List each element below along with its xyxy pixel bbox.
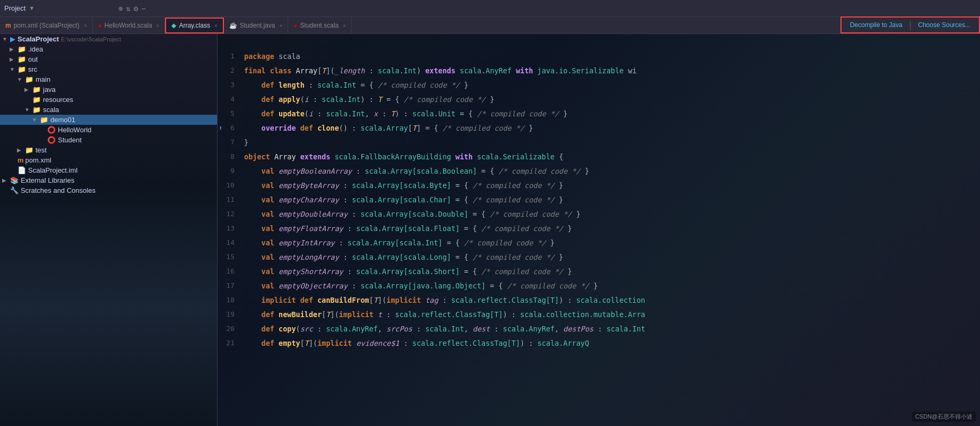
sidebar-item-helloworld[interactable]: ⭕ HelloWorld	[0, 125, 217, 135]
sidebar: ▼ ▶ ScalaProject E:\vscode\ScalaProject …	[0, 34, 218, 426]
kw-with2: with	[455, 152, 477, 161]
settings-icon[interactable]: ⚙	[134, 4, 138, 13]
sidebar-item-pomxml[interactable]: m pom.xml	[0, 155, 217, 165]
kw-val6: val	[262, 238, 279, 247]
type-serial: scala.Serializable	[477, 152, 554, 161]
fn-empty: empty	[279, 339, 300, 347]
type-classtag: scala.reflect.ClassTag[T]	[451, 296, 559, 304]
tab-studentscala-close[interactable]: ×	[343, 23, 346, 29]
editor-scroll[interactable]: 1 2 3 4 5 6 7 8 9 10 11 12 13 14 15 16 1…	[218, 49, 980, 426]
demo01-label: demo01	[50, 116, 75, 124]
type-int: Int	[404, 66, 417, 75]
ln-13: 13	[218, 221, 240, 235]
folder-src-icon: 📁	[18, 65, 26, 73]
bracket1: [	[317, 66, 322, 75]
project-label[interactable]: Project	[4, 4, 25, 12]
sidebar-item-demo01[interactable]: ▼ 📁 demo01	[0, 115, 217, 125]
sidebar-item-student[interactable]: ⭕ Student	[0, 135, 217, 145]
colon-l: :	[305, 81, 317, 89]
kw-val7: val	[262, 253, 279, 261]
sidebar-item-java[interactable]: ▶ 📁 java	[0, 84, 217, 95]
type-15: scala.Array[scala.Long]	[352, 253, 451, 261]
colon-21: :	[400, 339, 412, 347]
eq-10: = {	[451, 181, 473, 190]
action-divider: |	[908, 20, 913, 30]
title-bar-left: Project ▼	[4, 4, 33, 12]
kw-override: override	[262, 124, 300, 132]
comma-20c: ,	[554, 325, 563, 333]
tab-helloworld-close[interactable]: ×	[157, 23, 160, 29]
brace-12: }	[572, 210, 580, 218]
tab-studentscala[interactable]: ● Student.scala ×	[288, 18, 352, 33]
choose-sources-btn[interactable]: Choose Sources...	[914, 20, 975, 30]
type-java: java.io.Serializable	[537, 66, 624, 75]
type-int-l: Int	[343, 81, 356, 89]
type-scala-u2: scala	[412, 109, 434, 118]
new-file-icon[interactable]: ⊕	[118, 4, 123, 13]
ext-icon: 📚	[10, 176, 19, 184]
type-T-19: T	[326, 310, 330, 319]
sidebar-item-scratches[interactable]: 🔧 Scratches and Consoles	[0, 185, 217, 195]
comment-12: /* compiled code */	[490, 210, 571, 218]
colon-10: :	[339, 181, 352, 190]
minus-icon[interactable]: −	[141, 4, 145, 13]
tabs-bar: m pom.xml (ScalaProject) × ● HelloWorld.…	[0, 17, 980, 34]
type-T-18: T	[374, 296, 378, 304]
code-line-15: val emptyLongArray : scala.Array[scala.L…	[244, 250, 976, 264]
sidebar-item-test[interactable]: ▶ 📁 test	[0, 145, 217, 155]
watermark: CSDN@石思不得小述	[912, 412, 976, 422]
pkg-name: scala	[279, 52, 300, 61]
arrow-src: ▼	[10, 66, 16, 72]
param-dest: dest	[473, 325, 490, 333]
arrow-scalaproject: ▼	[2, 36, 8, 42]
sidebar-item-scalaprojectiml[interactable]: 📄 ScalaProject.iml	[0, 165, 217, 175]
code-lines[interactable]: package scala final class Array[T](_leng…	[240, 49, 980, 426]
sidebar-item-scala[interactable]: ▼ 📁 scala	[0, 105, 217, 115]
arrow-out: ▶	[10, 56, 16, 62]
colon-13: :	[343, 224, 356, 233]
type-classtag2: scala.reflect.ClassTag[T]	[395, 310, 503, 319]
colon-11: :	[339, 195, 352, 204]
tab-arrayclass-close[interactable]: ×	[214, 23, 218, 29]
comment-14: /* compiled code */	[464, 238, 546, 247]
decompile-to-java-btn[interactable]: Decompile to Java	[846, 20, 907, 30]
sidebar-item-main[interactable]: ▼ 📁 main	[0, 74, 217, 84]
sidebar-item-out[interactable]: ▶ 📁 out	[0, 54, 217, 64]
sync-icon[interactable]: ⇅	[126, 4, 131, 13]
tab-pom-close[interactable]: ×	[84, 23, 87, 29]
type-T-u: T	[391, 109, 395, 118]
tab-studentjava[interactable]: ☕ Student.java ×	[224, 18, 289, 33]
indent13	[244, 224, 262, 233]
type-collection: scala.collection	[576, 296, 645, 304]
type-scala-l: scala	[317, 81, 339, 89]
kw-def19: def	[262, 310, 279, 319]
comma-20a: ,	[378, 325, 386, 333]
tab-pom[interactable]: m pom.xml (ScalaProject) ×	[0, 18, 93, 33]
brace-u: }	[559, 109, 567, 118]
obj-array: Array	[274, 152, 300, 161]
folder-main-icon: 📁	[25, 75, 33, 83]
comment-11: /* compiled code */	[473, 195, 554, 204]
sidebar-item-idea[interactable]: ▶ 📁 .idea	[0, 44, 217, 54]
tab-arrayclass[interactable]: ◆ Array.class ×	[165, 18, 223, 33]
brace-c: }	[524, 124, 533, 132]
tab-helloworld[interactable]: ● HelloWorld.scala ×	[93, 18, 166, 33]
bracket-19b: ](	[331, 310, 339, 319]
type-int-20b: scala.Int	[606, 325, 645, 333]
eq-a: = {	[382, 95, 404, 104]
title-bar: Project ▼ ⊕ ⇅ ⚙ −	[0, 0, 980, 17]
code-line-6: override def clone() : scala.Array[T] = …	[244, 121, 976, 135]
sidebar-item-src[interactable]: ▼ 📁 src	[0, 64, 217, 74]
sidebar-item-external-libraries[interactable]: ▶ 📚 External Libraries	[0, 175, 217, 185]
sidebar-item-resources[interactable]: 📁 resources	[0, 95, 217, 105]
tab-studentjava-close[interactable]: ×	[279, 23, 282, 29]
code-line-4: def apply(i : scala.Int) : T = { /* comp…	[244, 92, 976, 106]
indent5	[244, 109, 262, 118]
colon-14: :	[335, 238, 348, 247]
bracket-c: [	[408, 124, 412, 132]
brace-l: }	[459, 81, 468, 89]
brace-15: }	[554, 253, 563, 261]
sidebar-item-scalaproject[interactable]: ▼ ▶ ScalaProject E:\vscode\ScalaProject	[0, 34, 217, 44]
ext-label: External Libraries	[21, 176, 74, 184]
project-dropdown-icon[interactable]: ▼	[30, 5, 33, 12]
